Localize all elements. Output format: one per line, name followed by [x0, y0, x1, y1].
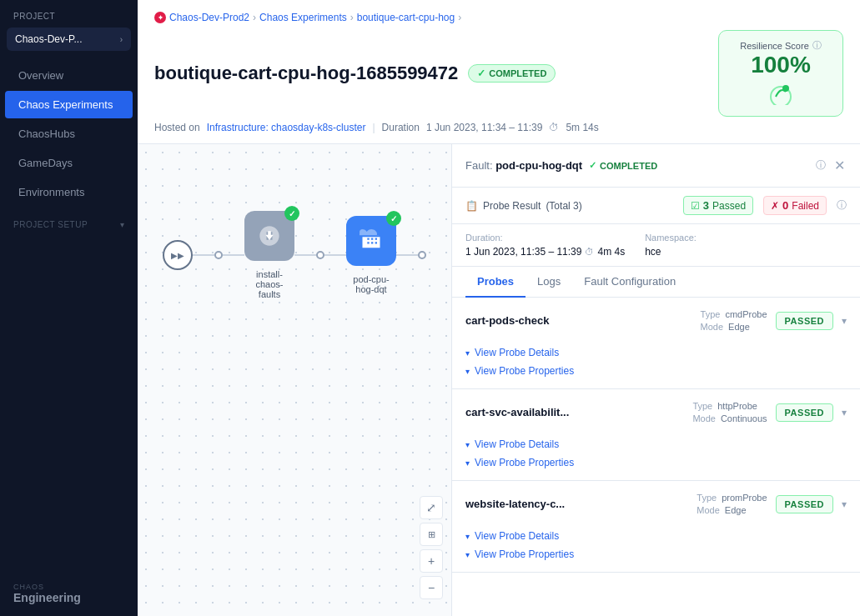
pipeline-node-install[interactable]: ✓ install-chaos-faults	[244, 211, 294, 299]
expand-icon: ⤢	[426, 501, 436, 514]
probe-2-expand-icon[interactable]: ▾	[842, 407, 847, 418]
probe-1-mode-value: Edge	[728, 322, 750, 332]
sidebar-item-chaoshubs[interactable]: ChaosHubs	[5, 120, 133, 148]
probe-1-type-mode: Type cmdProbe Mode Edge	[701, 309, 767, 332]
probe-1-view-properties[interactable]: ▾ View Probe Properties	[465, 362, 847, 380]
probe-1-expand-icon[interactable]: ▾	[842, 315, 847, 327]
probe-3-mode-label: Mode	[697, 505, 720, 515]
resilience-score-value: 100%	[736, 52, 826, 78]
probe-2-mode-label: Mode	[692, 413, 716, 423]
main-content: ✦ Chaos-Dev-Prod2 › Chaos Experiments › …	[138, 0, 860, 616]
small-dot-2	[316, 251, 324, 259]
probe-item-3-header: website-latency-c... Type promProbe Mode	[452, 481, 860, 527]
zoom-out-button[interactable]: −	[420, 576, 443, 599]
header-title-row: boutique-cart-cpu-hog-1685599472 ✓ COMPL…	[154, 63, 556, 84]
probe-info-icon[interactable]: ⓘ	[837, 198, 847, 213]
breadcrumb-item-1[interactable]: Chaos-Dev-Prod2	[169, 12, 249, 23]
duration-clock-icon: ⏱	[585, 247, 594, 257]
tab-probes[interactable]: Probes	[465, 267, 526, 298]
status-check-icon: ✓	[589, 160, 596, 171]
probe-item-1: cart-pods-check Type cmdProbe Mode E	[452, 298, 860, 389]
panel-header-actions: ⓘ ✕	[816, 156, 847, 175]
project-selector[interactable]: Chaos-Dev-P... ›	[7, 28, 131, 51]
zoom-in-button[interactable]: +	[420, 549, 443, 573]
panel-info-icon[interactable]: ⓘ	[816, 158, 826, 173]
breadcrumb-sep-3: ›	[458, 12, 461, 23]
connector-dot-2	[316, 251, 324, 259]
duration-meta-label: Duration:	[465, 233, 625, 243]
panel-title-group: Fault: pod-cpu-hog-dqt ✓ COMPLETED	[465, 159, 657, 172]
probe-3-expand-icon[interactable]: ▾	[842, 498, 847, 510]
probe-2-left: cart-svc-availabilit...	[465, 406, 569, 418]
chevron-down-icon: ▾	[120, 220, 125, 229]
probe-2-type-label: Type	[692, 401, 712, 411]
probe-1-view-details[interactable]: ▾ View Probe Details	[465, 343, 847, 362]
grid-button[interactable]: ⊞	[420, 523, 443, 546]
sidebar-item-gamedays[interactable]: GameDays	[5, 149, 133, 177]
probe-result-text: Probe Result	[483, 200, 541, 212]
install-node-label: install-chaos-faults	[244, 269, 294, 299]
connector-3	[294, 254, 316, 256]
breadcrumb-item-3[interactable]: boutique-cart-cpu-hog	[357, 12, 455, 23]
expand-button[interactable]: ⤢	[420, 496, 443, 519]
duration-meta: Duration: 1 Jun 2023, 11:35 – 11:39 ⏱ 4m…	[465, 233, 625, 258]
probe-1-type-label: Type	[701, 309, 721, 319]
sidebar-item-label: Environments	[18, 186, 84, 198]
fault-label: Fault:	[465, 159, 493, 172]
sidebar-item-label: GameDays	[18, 157, 73, 169]
failed-count-num: 0	[782, 199, 788, 212]
plus-icon: +	[428, 554, 435, 568]
probe-2-type-row: Type httpProbe	[692, 401, 767, 411]
tab-fault-configuration[interactable]: Fault Configuration	[572, 267, 687, 298]
probe-3-mode-value: Edge	[725, 505, 747, 515]
duration-time: 5m 14s	[566, 122, 598, 133]
passed-label: Passed	[712, 200, 746, 212]
chevron-down-icon-3: ▾	[465, 440, 470, 449]
install-node-check: ✓	[284, 206, 299, 221]
resilience-label: Resilience Score ⓘ	[736, 39, 826, 52]
sidebar-item-chaos-experiments[interactable]: Chaos Experiments	[5, 91, 133, 118]
probe-3-view-details[interactable]: ▾ View Probe Details	[465, 527, 847, 545]
duration-label: Duration	[382, 122, 420, 133]
play-icon: ▶	[171, 251, 178, 260]
probe-2-view-properties[interactable]: ▾ View Probe Properties	[465, 453, 847, 472]
tab-logs[interactable]: Logs	[526, 267, 572, 298]
clipboard-icon: 📋	[465, 200, 478, 212]
experiment-title: boutique-cart-cpu-hog-1685599472	[154, 63, 458, 84]
passed-check-icon: ☑	[691, 200, 700, 212]
pod-cpu-node-label: pod-cpu-hog-dqt	[346, 274, 396, 294]
infrastructure-text[interactable]: Infrastructure: chaosday-k8s-cluster	[207, 122, 366, 133]
sidebar-item-label: Chaos Experiments	[18, 98, 113, 111]
panel-status: ✓ COMPLETED	[589, 160, 657, 171]
chevron-down-icon-5: ▾	[465, 532, 470, 541]
sidebar-item-environments[interactable]: Environments	[5, 178, 133, 206]
failed-label: Failed	[792, 200, 819, 212]
probe-2-view-details[interactable]: ▾ View Probe Details	[465, 435, 847, 453]
probe-result-label: 📋 Probe Result (Total 3)	[465, 200, 582, 212]
failed-count-badge: ✗ 0 Failed	[763, 196, 827, 215]
probe-3-type-row: Type promProbe	[697, 493, 767, 503]
project-name: Chaos-Dev-P...	[15, 33, 82, 45]
panel-title: Fault: pod-cpu-hog-dqt	[465, 159, 582, 172]
probe-1-mode-row: Mode Edge	[701, 322, 767, 332]
probe-1-details: ▾ View Probe Details ▾ View Probe Proper…	[452, 343, 860, 388]
panel-status-text: COMPLETED	[600, 161, 657, 171]
probe-1-right: Type cmdProbe Mode Edge PASSED ▾	[701, 309, 847, 332]
page-header: ✦ Chaos-Dev-Prod2 › Chaos Experiments › …	[138, 0, 860, 144]
probe-summary: 📋 Probe Result (Total 3) ☑ 3 Passed ✗ 0 …	[452, 188, 860, 224]
probe-2-right: Type httpProbe Mode Continuous PASSED ▾	[692, 401, 847, 423]
panel-meta: Duration: 1 Jun 2023, 11:35 – 11:39 ⏱ 4m…	[452, 224, 860, 267]
breadcrumb-item-2[interactable]: Chaos Experiments	[259, 12, 347, 23]
panel-close-button[interactable]: ✕	[832, 156, 847, 175]
probe-3-type-label: Type	[697, 493, 717, 503]
probe-3-type-value: promProbe	[722, 493, 767, 503]
probe-3-view-properties[interactable]: ▾ View Probe Properties	[465, 545, 847, 563]
connector-4	[324, 254, 346, 256]
probe-2-type-value: httpProbe	[717, 401, 757, 411]
info-icon[interactable]: ⓘ	[812, 39, 822, 52]
pod-cpu-node-check: ✓	[386, 211, 401, 226]
pipeline-node-pod-cpu[interactable]: ✓ pod-cpu-hog-dqt	[346, 216, 396, 294]
namespace-meta-value: hce	[645, 246, 697, 258]
small-dot-1	[214, 251, 223, 259]
sidebar-item-overview[interactable]: Overview	[5, 62, 133, 89]
